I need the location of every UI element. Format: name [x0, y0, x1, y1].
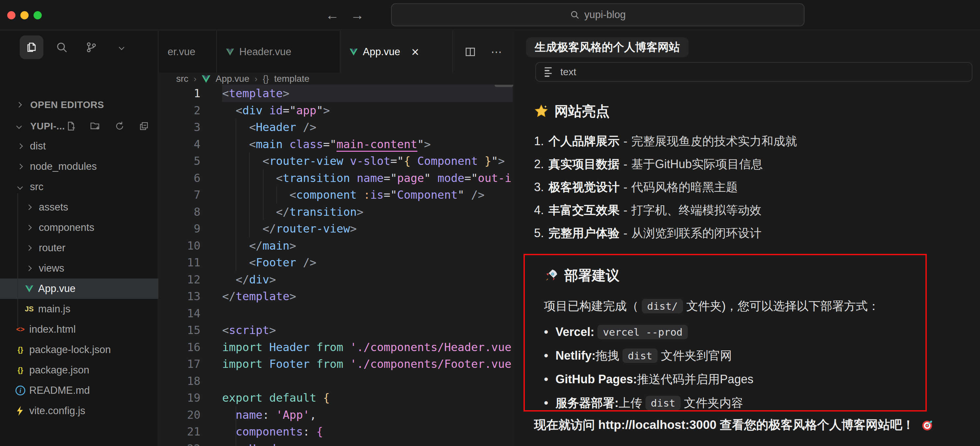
- code-line: 13</template>: [159, 288, 514, 305]
- code-line: 9 </router-view>: [159, 220, 514, 237]
- tree-item-label: README.md: [29, 384, 90, 397]
- item-dash: -: [624, 134, 627, 148]
- tree-item-label: src: [30, 181, 43, 193]
- command-search-bar[interactable]: yupi-blog: [391, 3, 805, 26]
- code-editor[interactable]: 1<template>2 <div id="app">3 <Header />4…: [159, 85, 514, 446]
- inline-code-chip: dist/: [642, 299, 683, 313]
- forward-arrow-icon[interactable]: →: [350, 7, 364, 23]
- breadcrumb-src[interactable]: src: [176, 73, 188, 84]
- tree-item-dist[interactable]: dist: [0, 136, 158, 156]
- star-emoji: [534, 104, 549, 119]
- js-file-icon: JS: [22, 305, 37, 313]
- code-text: </main>: [222, 237, 296, 254]
- item-dash: -: [624, 226, 627, 240]
- vue-icon: [350, 49, 358, 56]
- chevron-down-icon: [18, 184, 23, 190]
- code-line: 7 <component :is="Component" />: [159, 186, 514, 203]
- line-number: 4: [159, 136, 200, 153]
- code-line: 21 components: {: [159, 423, 514, 440]
- line-number: 18: [159, 373, 200, 389]
- item-rest-text: 从浏览到联系的闭环设计: [631, 225, 762, 241]
- tree-item-package-lock-json[interactable]: {}package-lock.json: [0, 340, 158, 360]
- refresh-icon[interactable]: [115, 121, 125, 132]
- breadcrumb-file[interactable]: App.vue: [216, 73, 250, 84]
- workspace-section[interactable]: YUPI-...: [0, 118, 158, 134]
- deploy-bullet-4: •服务器部署: 上传 dist 文件夹内容: [544, 391, 926, 415]
- item-rest-text: 完整展现鱼皮的技术实力和成就: [631, 133, 797, 149]
- bullet-dot: •: [544, 373, 548, 387]
- source-control-tab-button[interactable]: [80, 35, 103, 59]
- item-bold-text: 完整用户体验: [549, 225, 619, 241]
- bullet-label: Vercel:: [555, 325, 594, 339]
- indent-guide: [276, 186, 277, 203]
- tree-item-label: node_modules: [30, 160, 97, 172]
- split-editor-icon[interactable]: [465, 46, 476, 57]
- deploy-bullet-1: •Vercel: vercel --prod: [544, 320, 926, 344]
- breadcrumb-symbol[interactable]: template: [274, 73, 309, 84]
- item-dash: -: [624, 157, 627, 171]
- code-line: 16import Header from './components/Heade…: [159, 339, 514, 356]
- tree-item-router[interactable]: router: [0, 238, 158, 258]
- code-text: components: {: [222, 423, 323, 440]
- search-tab-button[interactable]: [50, 35, 74, 59]
- more-actions-icon[interactable]: ⋯: [491, 45, 503, 59]
- tab-app-vue[interactable]: App.vue×: [340, 31, 452, 73]
- tree-item-readme-md[interactable]: iREADME.md: [0, 380, 158, 401]
- new-folder-icon[interactable]: [90, 121, 100, 132]
- line-number: 2: [159, 102, 200, 119]
- rocket-emoji: [544, 268, 558, 283]
- minimize-window-button[interactable]: [21, 11, 29, 19]
- tab-label: Header.vue: [239, 46, 291, 58]
- tab-header-vue[interactable]: Header.vue: [217, 31, 340, 73]
- zoom-window-button[interactable]: [33, 11, 42, 19]
- json-file-icon: {}: [13, 366, 28, 375]
- line-number: 7: [159, 186, 200, 203]
- highlight-item-4: 4.丰富交互效果-打字机、终端模拟等动效: [534, 199, 980, 222]
- back-arrow-icon[interactable]: ←: [325, 7, 339, 23]
- code-text: </template>: [222, 288, 296, 305]
- breadcrumb[interactable]: src › App.vue › {} template: [159, 73, 514, 85]
- code-text: <script>: [222, 322, 276, 339]
- tab-label: App.vue: [363, 46, 400, 58]
- close-window-button[interactable]: [7, 11, 16, 19]
- deploy-bullet-3: •GitHub Pages: 推送代码并启用Pages: [544, 368, 926, 391]
- code-line: 12 </div>: [159, 271, 514, 288]
- tree-item-node-modules[interactable]: node_modules: [0, 156, 158, 177]
- tree-item-package-json[interactable]: {}package.json: [0, 360, 158, 380]
- code-line: 1<template>: [159, 85, 514, 102]
- chevron-down-icon: [119, 44, 124, 50]
- chevron-down-icon: [16, 124, 22, 129]
- new-file-icon[interactable]: [66, 121, 76, 132]
- tree-item-vite-config-js[interactable]: vite.config.js: [0, 401, 158, 421]
- close-icon[interactable]: ×: [412, 47, 419, 57]
- more-views-button[interactable]: [110, 35, 134, 59]
- code-line: 3 <Header />: [159, 119, 514, 136]
- editor-scrollbar-thumb[interactable]: [495, 85, 513, 87]
- highlight-item-1: 1.个人品牌展示-完整展现鱼皮的技术实力和成就: [534, 130, 980, 153]
- tree-item-views[interactable]: views: [0, 258, 158, 278]
- deploy-annotation-box: 部署建议 项目已构建完成（dist/ 文件夹)，您可以选择以下部署方式： •Ve…: [523, 254, 927, 411]
- tree-item-components[interactable]: components: [0, 217, 158, 238]
- code-line: 2 <div id="app">: [159, 102, 514, 119]
- chevron-right-icon: [16, 102, 22, 108]
- chevron-right-icon: [18, 164, 23, 170]
- line-number: 3: [159, 119, 200, 136]
- open-editors-section[interactable]: OPEN EDITORS: [0, 97, 158, 113]
- item-rest-text: 打字机、终端模拟等动效: [631, 202, 762, 218]
- attachment-text-item[interactable]: text: [535, 62, 972, 82]
- tree-item-index-html[interactable]: <>index.html: [0, 319, 158, 340]
- tree-item-assets[interactable]: assets: [0, 197, 158, 217]
- tab-er-vue[interactable]: er.vue: [158, 31, 217, 73]
- git-branch-icon: [85, 41, 98, 54]
- tree-item-app-vue[interactable]: App.vue: [0, 278, 158, 299]
- tree-item-label: package.json: [29, 364, 89, 376]
- json-file-icon: {}: [13, 346, 28, 354]
- editor-tab-strip: er.vueHeader.vueApp.vue×⋯: [159, 31, 514, 73]
- explorer-tab-button[interactable]: [20, 35, 43, 59]
- collapse-all-icon[interactable]: [139, 121, 149, 132]
- tree-item-src[interactable]: src: [0, 177, 158, 197]
- code-line: 8 </transition>: [159, 203, 514, 221]
- user-prompt-chip[interactable]: 生成极客风格的个人博客网站: [526, 37, 689, 57]
- tree-item-main-js[interactable]: JSmain.js: [0, 299, 158, 319]
- vue-icon: [202, 75, 210, 83]
